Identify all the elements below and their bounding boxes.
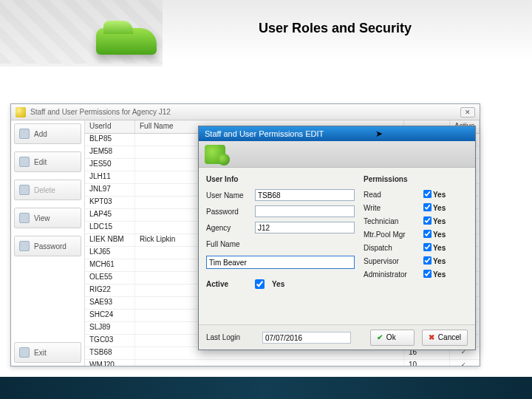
edit-dialog-titlebar[interactable]: Staff and User Permissions EDIT xyxy=(199,126,475,141)
password-label: Password xyxy=(34,242,66,250)
cell-userid: BLP85 xyxy=(85,134,135,146)
cell-userid: LDC15 xyxy=(85,222,135,233)
permissions-section: Permissions ReadYesWriteYesTechnicianYes… xyxy=(364,174,468,293)
permissions-heading: Permissions xyxy=(364,175,468,183)
permission-value: Yes xyxy=(433,204,454,212)
cell-userid: JES50 xyxy=(85,159,135,171)
exit-label: Exit xyxy=(34,349,47,357)
lastlogin-label: Last Login xyxy=(206,333,255,341)
permission-label: Mtr.Pool Mgr xyxy=(364,231,421,239)
cell-date: 10 xyxy=(404,360,450,366)
main-window-title: Staff and User Permissions for Agency J1… xyxy=(30,108,460,116)
cell-fullname xyxy=(135,360,404,366)
password-button[interactable]: Password xyxy=(14,236,81,256)
permission-row: AdministratorYes xyxy=(364,267,468,281)
cell-userid: TGC03 xyxy=(85,335,135,347)
add-label: Add xyxy=(34,130,47,138)
username-input[interactable] xyxy=(255,189,355,201)
cell-userid: JEM58 xyxy=(85,146,135,158)
edit-dialog: Staff and User Permissions EDIT User Inf… xyxy=(198,126,476,350)
exit-icon xyxy=(19,347,30,358)
permission-label: Technician xyxy=(364,217,421,225)
cell-userid: RIG22 xyxy=(85,284,135,296)
permission-row: WriteYes xyxy=(364,201,468,214)
exit-button[interactable]: Exit xyxy=(14,342,81,363)
check-icon xyxy=(462,350,467,355)
permission-label: Dispatch xyxy=(364,244,421,252)
decorative-green-car xyxy=(96,28,157,55)
edit-label: Edit xyxy=(34,158,47,166)
view-button[interactable]: View xyxy=(14,208,81,228)
active-value: Yes xyxy=(272,280,284,288)
cell-userid: MCH61 xyxy=(85,259,135,271)
fullname-label: Full Name xyxy=(206,240,255,248)
main-titlebar[interactable]: Staff and User Permissions for Agency J1… xyxy=(11,104,480,120)
cell-userid: SAE93 xyxy=(85,297,135,309)
add-button[interactable]: Add xyxy=(14,123,81,144)
check-icon xyxy=(462,363,467,366)
toolbar: Add Edit Delete View Password Exit xyxy=(11,120,85,366)
cell-userid: SHC24 xyxy=(85,310,135,321)
permission-row: DispatchYes xyxy=(364,241,468,254)
permission-checkbox[interactable] xyxy=(423,189,431,197)
cell-userid: SLJ89 xyxy=(85,322,135,334)
delete-button[interactable]: Delete xyxy=(14,180,81,200)
permission-checkbox[interactable] xyxy=(423,202,431,211)
password-label: Password xyxy=(206,208,255,216)
cell-userid: LAP45 xyxy=(85,209,135,221)
delete-label: Delete xyxy=(34,186,55,194)
cell-userid: WMJ20 xyxy=(85,360,135,366)
agency-input[interactable] xyxy=(255,222,355,233)
view-icon xyxy=(19,213,30,223)
cell-userid: LIEK NBM xyxy=(85,234,135,246)
active-checkbox[interactable] xyxy=(255,279,265,289)
permission-label: Read xyxy=(364,191,421,199)
table-row[interactable]: WMJ2010 xyxy=(85,360,480,366)
edit-dialog-footer: Last Login 07/07/2016 ✔ Ok ✖ Cancel xyxy=(199,324,475,349)
col-userid[interactable]: UserId xyxy=(85,120,135,133)
people-icon xyxy=(205,145,225,164)
edit-dialog-title: Staff and User Permissions EDIT xyxy=(205,129,324,138)
permission-row: ReadYes xyxy=(364,188,468,201)
view-label: View xyxy=(34,214,50,222)
permission-value: Yes xyxy=(433,217,454,225)
cancel-label: Cancel xyxy=(438,333,461,341)
password-icon xyxy=(19,241,30,251)
permission-row: TechnicianYes xyxy=(364,214,468,228)
permission-checkbox[interactable] xyxy=(423,242,431,250)
cell-userid: TSB68 xyxy=(85,347,135,359)
cell-userid: JNL97 xyxy=(85,184,135,196)
decorative-footer xyxy=(0,377,532,399)
ok-button[interactable]: ✔ Ok xyxy=(370,330,415,346)
permission-value: Yes xyxy=(433,244,454,252)
slide-title: User Roles and Security xyxy=(259,21,412,36)
permission-checkbox[interactable] xyxy=(423,229,431,237)
app-icon xyxy=(16,107,26,117)
username-label: User Name xyxy=(206,191,255,200)
permission-checkbox[interactable] xyxy=(423,216,431,224)
cell-userid: JLH11 xyxy=(85,171,135,183)
cell-userid: KPT03 xyxy=(85,197,135,208)
ok-label: Ok xyxy=(386,333,396,341)
main-close-button[interactable]: ✕ xyxy=(460,107,475,117)
fullname-input[interactable] xyxy=(206,256,355,269)
cell-active xyxy=(450,360,480,366)
permission-value: Yes xyxy=(433,191,454,199)
password-input[interactable] xyxy=(255,205,355,217)
cell-userid: LKJ65 xyxy=(85,247,135,259)
edit-button[interactable]: Edit xyxy=(14,151,81,172)
permission-row: SupervisorYes xyxy=(364,254,468,267)
user-info-section: User Info User Name Password Agency Full… xyxy=(206,174,355,293)
delete-icon xyxy=(19,185,30,195)
permission-label: Administrator xyxy=(364,270,421,279)
permission-value: Yes xyxy=(433,270,454,279)
checkmark-icon: ✔ xyxy=(377,333,383,341)
cancel-button[interactable]: ✖ Cancel xyxy=(422,330,468,346)
edit-icon xyxy=(19,157,30,167)
permission-label: Supervisor xyxy=(364,257,421,265)
edit-dialog-banner xyxy=(199,141,475,168)
permission-row: Mtr.Pool MgrYes xyxy=(364,228,468,241)
permission-checkbox[interactable] xyxy=(423,269,431,277)
permission-checkbox[interactable] xyxy=(423,256,431,264)
add-icon xyxy=(19,129,30,139)
